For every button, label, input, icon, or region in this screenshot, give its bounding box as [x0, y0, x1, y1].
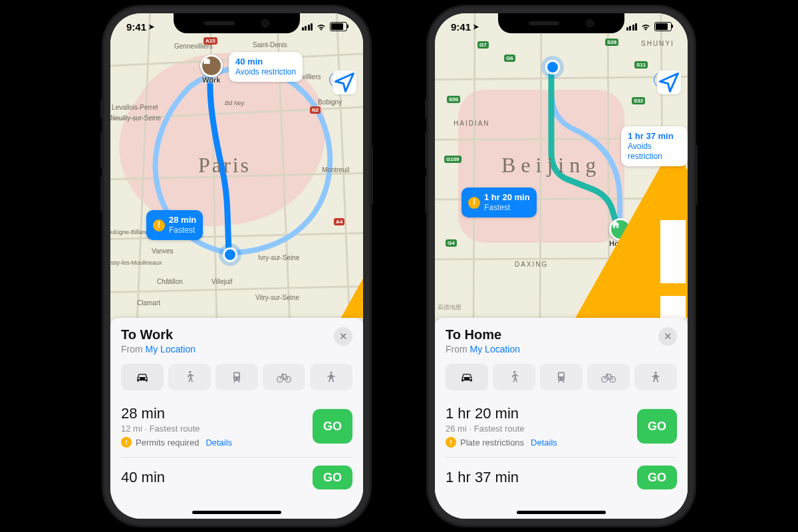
svg-point-20	[654, 372, 656, 374]
mode-rideshare[interactable]	[634, 364, 677, 390]
svg-rect-11	[660, 220, 686, 283]
svg-point-13	[513, 371, 515, 373]
transport-mode-tabs	[121, 364, 352, 390]
route-warning-icon	[238, 225, 363, 318]
go-button[interactable]: GO	[637, 466, 677, 489]
warning-icon: !	[468, 197, 480, 209]
go-button[interactable]: GO	[313, 409, 352, 444]
route-details-link[interactable]: Details	[205, 438, 232, 448]
go-button[interactable]: GO	[313, 466, 352, 489]
map-canvas[interactable]: Beijing HAIDIAN SHUNYI DAXING 高德地图 S28 G…	[435, 13, 688, 318]
route-time: 28 min	[121, 405, 232, 422]
mode-drive[interactable]	[121, 364, 164, 390]
route-callout-alt[interactable]: 40 min Avoids restriction	[229, 52, 303, 82]
mode-walk[interactable]	[168, 364, 211, 390]
mode-rideshare[interactable]	[310, 364, 352, 390]
map-info-button[interactable]: i	[332, 41, 356, 65]
callout-time: 1 hr 20 min	[484, 192, 530, 203]
route-option[interactable]: 1 hr 20 min 26 mi · Fastest route ! Plat…	[446, 397, 677, 458]
cellular-signal-icon	[302, 23, 313, 31]
callout-note: Avoids restriction	[628, 142, 681, 162]
callout-time: 1 hr 37 min	[628, 131, 674, 141]
svg-point-17	[563, 378, 564, 380]
screen: 9:41 ➤	[110, 13, 363, 519]
svg-rect-12	[660, 296, 686, 318]
map-road-label: Bd Ney	[225, 100, 245, 106]
sheet-from: From My Location	[121, 344, 196, 354]
route-callout-primary[interactable]: ! 28 min Fastest	[146, 210, 203, 240]
map-place-label: Issy-les-Moulineaux	[110, 259, 162, 266]
current-location-dot[interactable]	[223, 247, 237, 262]
from-location-link[interactable]: My Location	[470, 344, 520, 354]
map-place-label: Clamart	[137, 299, 160, 307]
callout-note: Avoids restriction	[235, 67, 296, 77]
home-indicator[interactable]	[517, 511, 606, 514]
mode-cycle[interactable]	[263, 364, 305, 390]
svg-point-7	[277, 376, 283, 382]
wifi-icon	[316, 21, 327, 33]
road-shield: S11	[634, 61, 648, 68]
route-warning-text: Permits required	[136, 438, 199, 448]
road-shield: G4	[446, 239, 457, 247]
directions-sheet[interactable]: To Work From My Location ✕	[110, 318, 363, 519]
volume-up-button[interactable]	[100, 132, 103, 169]
close-button[interactable]: ✕	[334, 327, 352, 346]
map-attribution: 高德地图	[438, 303, 462, 312]
map-place-label: Levallois-Perret	[112, 104, 158, 111]
current-location-dot[interactable]	[545, 60, 560, 74]
route-option[interactable]: 40 min GO	[121, 458, 352, 489]
destination-pin-work[interactable]	[200, 55, 223, 77]
directions-sheet[interactable]: To Home From My Location ✕	[435, 318, 688, 519]
home-indicator[interactable]	[192, 511, 281, 514]
map-place-label: Neuilly-sur-Seine	[110, 114, 161, 122]
mute-switch[interactable]	[425, 98, 428, 118]
notch	[174, 13, 300, 33]
route-warning-line: ! Plate restrictions Details	[446, 437, 557, 448]
route-option[interactable]: 28 min 12 mi · Fastest route ! Permits r…	[121, 397, 352, 458]
screen: 9:41 ➤	[435, 13, 688, 519]
power-button[interactable]	[370, 145, 373, 205]
mode-transit[interactable]	[540, 364, 583, 390]
svg-rect-15	[559, 373, 564, 376]
svg-point-18	[602, 376, 608, 382]
map-place-label: Bobigny	[318, 98, 342, 106]
warning-icon: !	[121, 437, 132, 448]
mode-drive[interactable]	[446, 364, 488, 390]
volume-down-button[interactable]	[100, 176, 103, 213]
go-button[interactable]: GO	[637, 409, 677, 444]
svg-point-5	[235, 378, 236, 380]
from-location-link[interactable]: My Location	[146, 344, 196, 354]
road-shield: N2	[310, 106, 321, 114]
warning-icon: !	[446, 437, 456, 448]
route-time: 1 hr 20 min	[446, 405, 557, 422]
road-shield: S50	[447, 96, 460, 103]
location-services-icon: ➤	[473, 23, 479, 31]
power-button[interactable]	[695, 145, 698, 205]
mute-switch[interactable]	[100, 98, 103, 118]
route-callout-primary[interactable]: ! 1 hr 20 min Fastest	[462, 188, 537, 217]
map-canvas[interactable]: Paris Gennevilliers Saint-Denis Aubervil…	[110, 13, 363, 318]
route-details-link[interactable]: Details	[531, 438, 557, 448]
mode-cycle[interactable]	[587, 364, 630, 390]
phone-beijing: 9:41 ➤	[427, 5, 696, 527]
route-callout-alt[interactable]: 1 hr 37 min Avoids restriction	[621, 126, 688, 166]
map-locate-button[interactable]	[332, 70, 356, 94]
map-place-label: HAIDIAN	[454, 120, 490, 127]
map-info-button[interactable]: i	[657, 41, 681, 65]
wifi-icon	[640, 21, 651, 33]
callout-time: 40 min	[235, 57, 263, 66]
map-place-label: Villejuif	[211, 278, 233, 285]
map-place-label: Vanves	[152, 247, 174, 255]
mode-transit[interactable]	[215, 364, 258, 390]
route-option[interactable]: 1 hr 37 min GO	[446, 458, 677, 489]
mode-walk[interactable]	[493, 364, 535, 390]
route-time: 1 hr 37 min	[446, 469, 519, 486]
sheet-title: To Work	[121, 327, 196, 342]
svg-rect-4	[235, 373, 239, 376]
close-button[interactable]: ✕	[658, 327, 677, 346]
volume-down-button[interactable]	[425, 176, 428, 213]
map-locate-button[interactable]	[657, 70, 681, 94]
route-meta: 12 mi · Fastest route	[121, 424, 232, 434]
route-meta: 26 mi · Fastest route	[446, 424, 557, 434]
volume-up-button[interactable]	[425, 132, 428, 169]
